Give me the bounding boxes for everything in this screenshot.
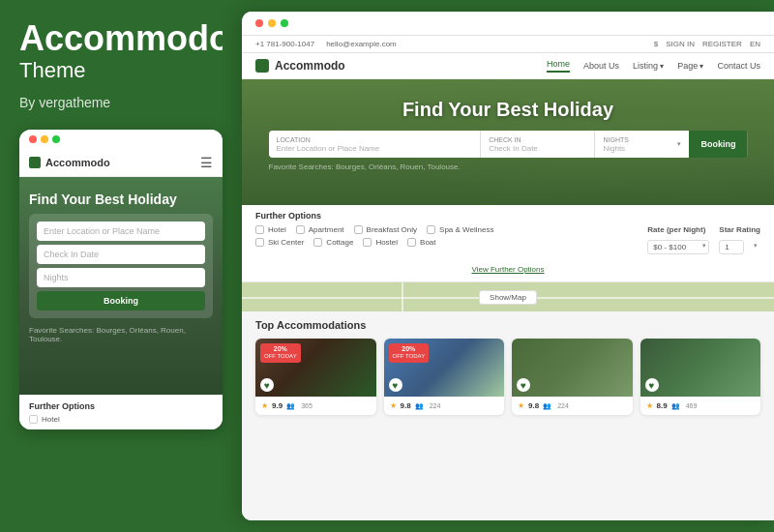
acc-card-body-1: ★ 9.9 👥 365 xyxy=(255,397,376,415)
mobile-hero-title: Find Your Best Holiday xyxy=(29,191,213,208)
filter-boat-checkbox[interactable] xyxy=(407,238,416,247)
filter-breakfast: Breakfast Only xyxy=(354,225,417,234)
desktop-dot-yellow xyxy=(268,19,276,27)
desktop-location-placeholder: Enter Location or Place Name xyxy=(277,144,380,153)
acc-reviews-3: 224 xyxy=(557,402,569,409)
desktop-map-area: Show/Map xyxy=(242,282,774,311)
acc-favorite-icon-1[interactable]: ♥ xyxy=(260,378,274,392)
acc-badge-sub-2: OFF TODAY xyxy=(393,353,426,360)
filter-hostel-checkbox[interactable] xyxy=(363,238,372,247)
mobile-logo-icon xyxy=(29,157,41,168)
filter-hotel-checkbox[interactable] xyxy=(255,225,264,234)
filter-ski-label: Ski Center xyxy=(268,238,304,247)
mobile-favorite-searches: Favorite Searches: Bourges, Orléans, Rou… xyxy=(29,326,213,343)
filter-hostel: Hostel xyxy=(363,238,398,247)
desktop-favorite-label: Favorite Searches: xyxy=(269,163,334,171)
filter-breakfast-checkbox[interactable] xyxy=(354,225,363,234)
desktop-star-label: Star Rating xyxy=(719,225,760,234)
desktop-email: hello@example.com xyxy=(326,40,397,48)
acc-star-4: ★ xyxy=(646,401,653,410)
mobile-hotel-checkbox[interactable] xyxy=(29,415,38,424)
desktop-star-group: Star Rating 1 2 3 4 5 xyxy=(719,225,760,254)
map-road-vertical xyxy=(402,282,403,311)
acc-badge-1: 20% OFF TODAY xyxy=(260,343,301,363)
mobile-checkin-input[interactable]: Check In Date xyxy=(37,245,205,264)
desktop-nights-field[interactable]: NIGHTS Nights ▾ xyxy=(595,131,689,158)
desktop-currency[interactable]: $ xyxy=(654,40,658,48)
desktop-star-select[interactable]: 1 2 3 4 5 xyxy=(719,240,744,254)
acc-reviews-4: 469 xyxy=(686,402,698,409)
acc-reviews-1: 365 xyxy=(301,402,313,409)
acc-favorite-icon-3[interactable]: ♥ xyxy=(517,378,530,392)
mobile-dot-yellow xyxy=(41,135,48,143)
acc-card-2: 20% OFF TODAY ♥ ★ 9.8 👥 224 xyxy=(384,339,505,415)
desktop-location-field[interactable]: LOCATION Enter Location or Place Name xyxy=(269,131,481,158)
filter-cottage-checkbox[interactable] xyxy=(313,238,322,247)
desktop-location-label: LOCATION xyxy=(277,136,380,143)
mobile-dot-green xyxy=(52,135,60,143)
acc-rating-row-3: ★ 9.8 👥 224 xyxy=(518,401,627,410)
acc-card-3: ♥ ★ 9.8 👥 224 xyxy=(512,339,633,415)
acc-favorite-icon-4[interactable]: ♥ xyxy=(645,378,659,392)
desktop-filter-rate-area: Rate (per Night) $0 - $100 $100 - $200 S… xyxy=(647,225,760,254)
filter-apartment: Apartment xyxy=(296,225,344,234)
acc-rating-row-4: ★ 8.9 👥 469 xyxy=(646,401,756,410)
acc-favorite-icon-2[interactable]: ♥ xyxy=(389,378,402,392)
desktop-hero: Find Your Best Holiday LOCATION Enter Lo… xyxy=(242,79,774,205)
hamburger-icon[interactable]: ☰ xyxy=(200,155,213,170)
acc-rating-num-3: 9.8 xyxy=(528,401,539,410)
desktop-register-link[interactable]: REGISTER xyxy=(702,40,742,48)
mobile-location-input[interactable]: Enter Location or Place Name xyxy=(37,222,205,241)
mobile-logo-text: Accommodo xyxy=(45,157,110,168)
filter-spa-checkbox[interactable] xyxy=(427,225,435,234)
acc-reviews-2: 224 xyxy=(430,402,441,409)
mobile-nights-input[interactable]: Nights xyxy=(37,268,205,287)
desktop-header-actions: $ SIGN IN REGISTER EN xyxy=(654,40,760,48)
desktop-filters-title: Further Options xyxy=(255,211,760,221)
filter-hotel: Hotel xyxy=(255,225,286,234)
desktop-star-select-wrapper: 1 2 3 4 5 xyxy=(719,236,760,254)
acc-badge-2: 20% OFF TODAY xyxy=(389,343,430,363)
filter-apartment-checkbox[interactable] xyxy=(296,225,305,234)
nav-home[interactable]: Home xyxy=(547,59,570,73)
desktop-checkin-placeholder: Check In Date xyxy=(489,144,538,153)
app-title: Accommodo Theme xyxy=(19,19,223,83)
desktop-book-button[interactable]: Booking xyxy=(689,131,747,158)
nav-page[interactable]: Page xyxy=(677,61,703,71)
acc-card-body-4: ★ 8.9 👥 469 xyxy=(640,397,761,415)
mobile-nights-row: Nights xyxy=(37,268,205,287)
acc-card-img-2: 20% OFF TODAY ♥ xyxy=(384,339,505,397)
desktop-accommodations: Top Accommodations 20% OFF TODAY ♥ ★ 9.9… xyxy=(242,311,774,520)
nav-contact[interactable]: Contact Us xyxy=(717,61,760,71)
desktop-topbar xyxy=(242,12,774,36)
left-panel: Accommodo Theme By vergatheme Accommodo … xyxy=(0,0,242,532)
acc-rating-num-1: 9.9 xyxy=(272,401,283,410)
nav-listing[interactable]: Listing xyxy=(633,61,664,71)
acc-card-img-1: 20% OFF TODAY ♥ xyxy=(255,339,376,397)
acc-reviews-icon-4: 👥 xyxy=(671,402,680,410)
mobile-mockup: Accommodo ☰ Find Your Best Holiday Enter… xyxy=(19,130,223,429)
acc-badge-percent-2: 20% xyxy=(393,345,426,353)
acc-reviews-icon-2: 👥 xyxy=(415,402,424,410)
filter-spa: Spa & Wellness xyxy=(427,225,493,234)
desktop-signin-link[interactable]: SIGN IN xyxy=(666,40,695,48)
desktop-rate-select[interactable]: $0 - $100 $100 - $200 xyxy=(647,240,709,254)
acc-badge-percent-1: 20% xyxy=(264,345,297,353)
filter-spa-label: Spa & Wellness xyxy=(439,225,493,234)
view-further-button[interactable]: View Further Options xyxy=(472,265,545,274)
acc-star-2: ★ xyxy=(390,401,397,410)
desktop-lang[interactable]: EN xyxy=(750,40,760,48)
desktop-contact-info: +1 781-900-1047 hello@example.com xyxy=(255,40,397,48)
mobile-book-button[interactable]: Booking xyxy=(37,291,205,310)
desktop-nights-placeholder: Nights xyxy=(603,144,625,153)
nav-about[interactable]: About Us xyxy=(583,61,619,71)
acc-rating-row-1: ★ 9.9 👥 365 xyxy=(261,401,371,410)
mobile-search-form: Enter Location or Place Name Check In Da… xyxy=(29,214,213,318)
mobile-favorite-label: Favorite Searches: xyxy=(29,326,94,335)
desktop-logo: Accommodo xyxy=(255,59,345,73)
desktop-rate-select-wrapper: $0 - $100 $100 - $200 xyxy=(647,236,709,254)
author-text: By vergatheme xyxy=(19,95,223,110)
desktop-checkin-field[interactable]: CHECK IN Check In Date xyxy=(481,131,594,158)
filter-ski-checkbox[interactable] xyxy=(255,238,264,247)
show-map-button[interactable]: Show/Map xyxy=(479,290,537,305)
